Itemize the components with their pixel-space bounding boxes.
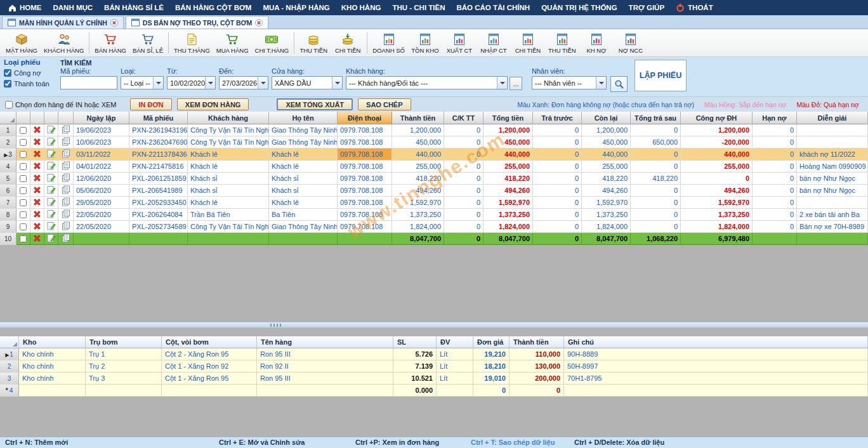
order-cell[interactable]: 0: [631, 148, 681, 161]
detail-cell[interactable]: 50H-8997: [564, 360, 868, 372]
orders-col-header[interactable]: Khách hàng: [188, 112, 269, 124]
delete-row-button[interactable]: [30, 221, 44, 233]
detail-cell[interactable]: Kho chính: [19, 372, 86, 385]
order-cell[interactable]: 1,824,000: [483, 221, 533, 233]
order-cell[interactable]: 450,000: [582, 136, 631, 148]
delete-row-button[interactable]: [30, 161, 44, 173]
order-cell[interactable]: 418,220: [483, 173, 533, 185]
orders-col-header[interactable]: Trả trước: [533, 112, 582, 124]
order-cell[interactable]: Khách lẻ: [269, 197, 338, 209]
sao-chep-button[interactable]: SAO CHÉP: [358, 98, 411, 110]
tool-ban-si-le[interactable]: BÁN SỈ, LẺ: [129, 30, 166, 56]
order-cell[interactable]: 0: [444, 148, 483, 161]
order-cell[interactable]: 6,979,480: [681, 233, 753, 245]
order-cell[interactable]: 0: [631, 209, 681, 221]
detail-cell[interactable]: Ron 95 III: [257, 348, 393, 360]
order-cell[interactable]: 494,260: [681, 185, 753, 197]
detail-cell[interactable]: 0: [510, 385, 564, 397]
detail-new-row[interactable]: *40.00000: [0, 385, 868, 397]
edit-row-button[interactable]: [44, 124, 58, 136]
order-cell[interactable]: 1,200,000: [681, 124, 753, 136]
order-cell[interactable]: 22/05/2020: [74, 221, 129, 233]
order-cell[interactable]: Giao Thông Tây Ninh: [269, 124, 338, 136]
order-cell[interactable]: 0979.708.108: [338, 197, 392, 209]
order-cell[interactable]: [269, 233, 338, 245]
tool-thu-t-hang[interactable]: THU T.HÀNG: [171, 30, 213, 56]
order-cell[interactable]: Công Ty Vận Tải Tín Nghệ: [188, 221, 269, 233]
thanh-toan-option[interactable]: Thanh toán: [4, 78, 49, 89]
row-select-checkbox[interactable]: [20, 175, 27, 182]
order-cell[interactable]: 0: [753, 136, 797, 148]
select-all-corner[interactable]: [0, 112, 16, 124]
row-select-checkbox[interactable]: [20, 151, 27, 158]
order-cell[interactable]: 0: [444, 221, 483, 233]
order-cell[interactable]: 440,000: [681, 148, 753, 161]
order-cell[interactable]: 8,047,700: [483, 233, 533, 245]
detail-cell[interactable]: [564, 385, 868, 397]
orders-col-header[interactable]: Hạn nợ: [753, 112, 797, 124]
order-cell[interactable]: [129, 233, 188, 245]
delete-row-button[interactable]: [30, 209, 44, 221]
orders-col-header[interactable]: Công nợ ĐH: [681, 112, 753, 124]
order-cell[interactable]: 0979.708.108: [338, 136, 392, 148]
view-row-button[interactable]: [58, 173, 74, 185]
detail-cell[interactable]: 7.139: [393, 360, 437, 372]
detail-cell[interactable]: [257, 385, 393, 397]
tool-chi-tien-bc[interactable]: CHI TIỀN: [511, 30, 545, 56]
order-cell[interactable]: 0979.708.108: [338, 124, 392, 136]
order-cell[interactable]: PXL-206541989: [129, 185, 188, 197]
khach-hang-select[interactable]: --- Khách hàng/Đối tác ---: [346, 76, 508, 89]
order-cell[interactable]: 440,000: [582, 148, 631, 161]
delete-row-button[interactable]: [30, 185, 44, 197]
detail-cell[interactable]: 200,000: [510, 372, 564, 385]
view-row-button[interactable]: [58, 185, 74, 197]
tool-kh-no[interactable]: KH NỢ: [579, 30, 614, 56]
detail-col-header[interactable]: Đơn giá: [473, 336, 510, 348]
detail-cell[interactable]: 130,000: [510, 360, 564, 372]
order-cell[interactable]: 03/11/2022: [74, 148, 129, 161]
cong-no-checkbox[interactable]: [4, 69, 11, 77]
order-cell[interactable]: 8,047,700: [392, 233, 444, 245]
detail-cell[interactable]: Lít: [437, 360, 473, 372]
lap-phieu-button[interactable]: LẬP PHIẾU: [635, 60, 687, 91]
detail-cell[interactable]: [19, 385, 86, 397]
order-cell[interactable]: Bán nợ xe 70H-8989: [797, 221, 868, 233]
order-cell[interactable]: 0: [753, 185, 797, 197]
order-cell[interactable]: [797, 136, 868, 148]
order-cell[interactable]: 0: [631, 221, 681, 233]
order-cell[interactable]: 1,592,970: [582, 197, 631, 209]
tool-thu-tien-bc[interactable]: THU TIỀN: [545, 30, 579, 56]
detail-cell[interactable]: Cột 2 - Xăng Ron 95: [162, 348, 257, 360]
row-select-checkbox[interactable]: [20, 139, 27, 146]
order-cell[interactable]: -200,000: [681, 136, 753, 148]
cong-no-option[interactable]: Công nợ: [4, 67, 49, 78]
order-cell[interactable]: [188, 233, 269, 245]
order-cell[interactable]: 0: [444, 185, 483, 197]
search-button[interactable]: [610, 76, 628, 92]
order-cell[interactable]: 22/05/2020: [74, 209, 129, 221]
order-cell[interactable]: 29/05/2020: [74, 197, 129, 209]
detail-cell[interactable]: Kho chính: [19, 348, 86, 360]
delete-row-button[interactable]: [30, 124, 44, 136]
tool-ton-kho[interactable]: TỒN KHO: [408, 30, 442, 56]
detail-cell[interactable]: 10.521: [393, 372, 437, 385]
row-select-checkbox[interactable]: [20, 223, 27, 230]
chon-don-hang-option[interactable]: Chọn đơn hàng để IN hoặc XEM: [5, 99, 116, 110]
row-select-checkbox[interactable]: [20, 163, 27, 170]
order-cell[interactable]: PXL-2052734589: [129, 221, 188, 233]
order-cell[interactable]: 0: [631, 124, 681, 136]
orders-col-header[interactable]: Còn lại: [582, 112, 631, 124]
order-cell[interactable]: 0979.708.108: [338, 148, 392, 161]
detail-cell[interactable]: Ron 95 III: [257, 372, 393, 385]
detail-cell[interactable]: Lít: [437, 348, 473, 360]
detail-col-header[interactable]: Trụ bơm: [86, 336, 162, 348]
order-row[interactable]: 605/06/2020PXL-206541989Khách sỉKhách sỉ…: [0, 185, 868, 197]
order-cell[interactable]: 04/01/2022: [74, 161, 129, 173]
view-row-button[interactable]: [58, 161, 74, 173]
detail-cell[interactable]: 110,000: [510, 348, 564, 360]
edit-row-button[interactable]: [44, 209, 58, 221]
row-select-cell[interactable]: [16, 209, 30, 221]
order-cell[interactable]: Khách sỉ: [269, 185, 338, 197]
order-cell[interactable]: 1,373,250: [483, 209, 533, 221]
edit-row-button[interactable]: [44, 221, 58, 233]
